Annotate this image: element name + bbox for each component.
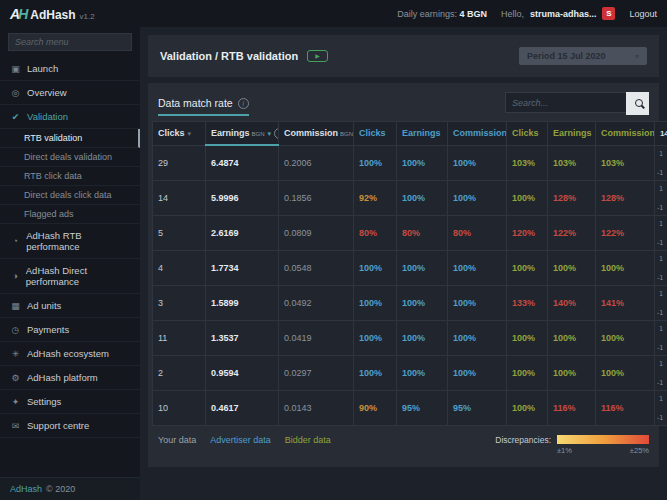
table-cell: 100%: [507, 390, 548, 425]
sidebar-item-adhash-ecosystem[interactable]: ✳AdHash ecosystem: [0, 342, 140, 366]
sidebar-item-label: Support centre: [27, 420, 89, 431]
info-icon: i: [274, 128, 278, 139]
ecosystem-icon: ✳: [10, 349, 21, 359]
advertiser-data-link[interactable]: Advertiser data: [210, 435, 271, 445]
table-cell: 92%: [354, 180, 397, 215]
table-cell: 11: [153, 320, 206, 355]
legend-label: Discrepancies:: [495, 435, 551, 445]
validation-icon: ✔: [10, 112, 21, 122]
sidebar-item-payments[interactable]: ◷Payments: [0, 318, 140, 342]
sidebar-item-ad-units[interactable]: ▦Ad units: [0, 294, 140, 318]
svg-text:-1: -1: [657, 274, 663, 281]
footer-brand-link[interactable]: AdHash: [10, 484, 42, 494]
sidebar-item-label: Payments: [27, 324, 69, 335]
table-cell: 0.0143: [279, 390, 354, 425]
svg-text:1: 1: [659, 220, 663, 228]
table-cell: 100%: [448, 145, 507, 180]
svg-text:1: 1: [659, 360, 663, 368]
table-cell: 100%: [448, 285, 507, 320]
play-button[interactable]: ▶: [307, 50, 328, 62]
sidebar-item-launch[interactable]: ▣Launch: [0, 57, 140, 81]
info-icon: i: [238, 98, 249, 109]
overview-icon: ◎: [10, 88, 21, 98]
table-cell: 3: [153, 285, 206, 320]
table-cell: 100%: [354, 355, 397, 390]
col-header-earnings-you[interactable]: EarningsBGN▾i: [206, 122, 279, 146]
col-header-clicks-you[interactable]: Clicks▾: [153, 122, 206, 146]
sort-caret-icon: ▾: [268, 130, 272, 137]
adhash-logo-icon: AH: [10, 6, 26, 22]
sidebar-item-label: Settings: [27, 396, 61, 407]
discrepancy-sparkline: 1-1: [655, 145, 667, 180]
table-cell: 1.7734: [206, 250, 279, 285]
your-data-link[interactable]: Your data: [158, 435, 196, 445]
sidebar-subitem-rtb-click-data[interactable]: RTB click data: [0, 167, 140, 186]
col-header-clicks-advertiser: Clicks: [354, 122, 397, 146]
table-search-input[interactable]: [505, 92, 626, 113]
discrepancy-sparkline: 1-1: [655, 250, 667, 285]
table-cell: 90%: [354, 390, 397, 425]
table-cell: 29: [153, 145, 206, 180]
logo-version: v1.2: [80, 12, 95, 21]
sidebar-item-settings[interactable]: ✦Settings: [0, 390, 140, 414]
table-cell: 100%: [596, 250, 655, 285]
table-cell: 100%: [397, 250, 448, 285]
sidebar-item-adhash-platform[interactable]: ⚙AdHash platform: [0, 366, 140, 390]
discrepancy-sparkline: 1-1: [655, 180, 667, 215]
sidebar-subitem-rtb-validation[interactable]: RTB validation: [0, 129, 140, 148]
col-header-earnings-advertiser: Earnings: [397, 122, 448, 146]
sidebar-search-input[interactable]: [8, 33, 132, 51]
table-cell: 100%: [448, 250, 507, 285]
sidebar-subitem-direct-deals-validation[interactable]: Direct deals validation: [0, 148, 140, 167]
currency-unit-label: BGN: [252, 131, 265, 137]
table-body: 296.48740.2006100%100%100%103%103%103%1-…: [153, 145, 667, 425]
col-header-earnings-bidder: Earnings: [548, 122, 596, 146]
period-dropdown[interactable]: Period 15 Jul 2020 ▾: [519, 47, 647, 65]
sidebar-item-validation[interactable]: ✔Validation: [0, 105, 140, 129]
sidebar-subitem-flagged-ads[interactable]: Flagged ads: [0, 205, 140, 224]
sidebar-item-label: Validation: [27, 111, 68, 122]
table-cell: 100%: [397, 285, 448, 320]
sidebar-item-overview[interactable]: ◎Overview: [0, 81, 140, 105]
top-bar: AH AdHash v1.2 Daily earnings: 4 BGN Hel…: [0, 0, 667, 27]
sidebar-item-adhash-rtb-performance[interactable]: ◔AdHash RTB performance: [0, 224, 140, 259]
svg-text:1: 1: [659, 325, 663, 333]
rtb-performance-icon: ◔: [10, 236, 20, 246]
bidder-data-link[interactable]: Bidder data: [285, 435, 331, 445]
search-button[interactable]: [626, 92, 649, 115]
svg-text:1: 1: [659, 255, 663, 263]
sidebar-menu: ▣Launch◎Overview✔ValidationRTB validatio…: [0, 57, 140, 477]
table-cell: 100%: [507, 320, 548, 355]
adhash-logo[interactable]: AH AdHash v1.2: [10, 6, 140, 22]
sidebar-item-label: AdHash ecosystem: [27, 348, 109, 359]
svg-text:-1: -1: [657, 344, 663, 351]
table-row: 100.46170.014390%95%95%100%116%116%1-1: [153, 390, 667, 425]
col-header-clicks-bidder: Clicks: [507, 122, 548, 146]
account-info[interactable]: Hello, struma-adhas... S: [501, 7, 616, 20]
discrepancies-legend: Discrepancies: ±1% ±25%: [495, 435, 649, 455]
col-header-commission-advertiser: Commission: [448, 122, 507, 146]
sidebar-item-adhash-direct-performance[interactable]: ◑AdHash Direct performance: [0, 259, 140, 294]
username: struma-adhas...: [530, 9, 597, 19]
table-cell: 14: [153, 180, 206, 215]
tab-data-match-rate[interactable]: Data match rate i: [158, 97, 249, 116]
table-cell: 0.0809: [279, 215, 354, 250]
col-header-commission-you[interactable]: CommissionBGN▾: [279, 122, 354, 146]
search-icon: [635, 99, 643, 107]
discrepancy-sparkline: 1-1: [655, 320, 667, 355]
table-cell: 128%: [596, 180, 655, 215]
sidebar-item-label: AdHash Direct performance: [26, 265, 130, 287]
svg-text:1: 1: [659, 395, 663, 403]
table-cell: 0.0297: [279, 355, 354, 390]
avatar[interactable]: S: [602, 7, 615, 20]
payments-icon: ◷: [10, 325, 21, 335]
logout-button[interactable]: Logout: [629, 9, 657, 19]
svg-text:1: 1: [659, 290, 663, 298]
sidebar-subitem-direct-deals-click-data[interactable]: Direct deals click data: [0, 186, 140, 205]
direct-performance-icon: ◑: [10, 271, 20, 281]
svg-text:-1: -1: [657, 169, 663, 176]
sidebar-item-support-centre[interactable]: ✉Support centre: [0, 414, 140, 438]
table-row: 20.95940.0297100%100%100%100%100%100%1-1: [153, 355, 667, 390]
table-cell: 103%: [548, 145, 596, 180]
table-cell: 100%: [507, 250, 548, 285]
